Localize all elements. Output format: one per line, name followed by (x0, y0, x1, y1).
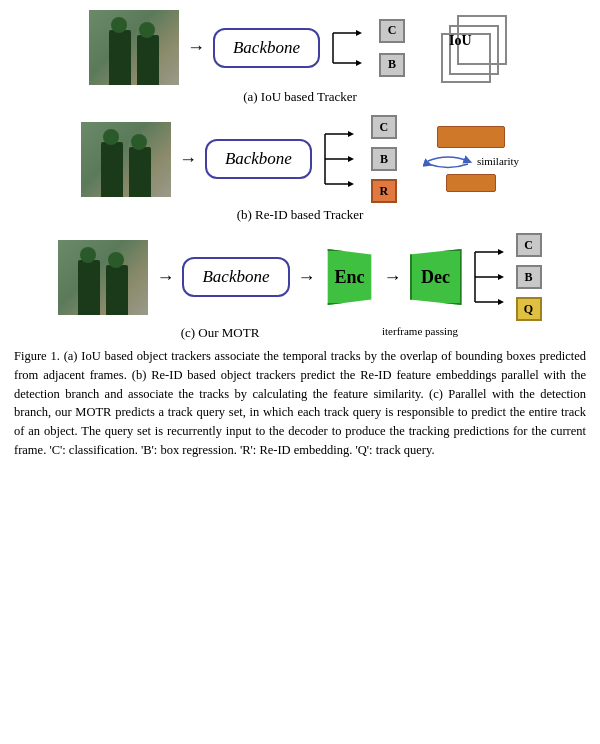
photo-c (58, 240, 148, 315)
photo-b (81, 122, 171, 197)
outputs-c: C B Q (516, 233, 542, 321)
output-b-b: B (371, 147, 397, 171)
backbone-c: Backbone (182, 257, 289, 297)
arrow-c3: → (384, 267, 402, 288)
diagram-a: → Backbone C B IoU (14, 10, 586, 85)
arrow-b1: → (179, 149, 197, 170)
caption-b: (b) Re-ID based Tracker (14, 207, 586, 223)
output-q-c: Q (516, 297, 542, 321)
output-b-a: B (379, 53, 405, 77)
outputs-b: C B R (371, 115, 397, 203)
fork-svg-c (470, 240, 520, 315)
backbone-a: Backbone (213, 28, 320, 68)
svg-marker-16 (498, 249, 504, 255)
svg-marker-11 (348, 181, 354, 187)
backbone-b: Backbone (205, 139, 312, 179)
caption-a: (a) IoU based Tracker (14, 89, 586, 105)
output-b-c: B (516, 265, 542, 289)
svg-marker-10 (348, 156, 354, 162)
section-a: → Backbone C B IoU (14, 10, 586, 105)
iou-stack: IoU (441, 15, 511, 80)
iou-label: IoU (449, 33, 472, 49)
arrow-a1: → (187, 37, 205, 58)
dec-box: Dec (410, 249, 462, 305)
svg-marker-18 (498, 299, 504, 305)
output-c-a: C (379, 19, 405, 43)
section-b: → Backbone C B R (14, 115, 586, 223)
diagram-c: → Backbone → Enc → Dec C B (14, 233, 586, 321)
fork-svg-a (328, 18, 383, 78)
arrow-c1: → (156, 267, 174, 288)
arrow-c2: → (298, 267, 316, 288)
sim-arrows-svg (423, 151, 473, 171)
caption-c-label: (c) Our MOTR (105, 325, 335, 341)
sim-label-row: similarity (423, 151, 519, 171)
similarity-container: similarity (423, 126, 519, 192)
iterframe-label: iterframe passing (335, 325, 495, 337)
output-c-b: C (371, 115, 397, 139)
caption-c-row: (c) Our MOTR iterframe passing (14, 325, 586, 341)
figure-caption: Figure 1. (a) IoU based object trackers … (14, 347, 586, 460)
output-r-b: R (371, 179, 397, 203)
similarity-text: similarity (477, 155, 519, 167)
outputs-a: C B (379, 19, 405, 77)
sim-bar2 (446, 174, 496, 192)
enc-box: Enc (324, 249, 376, 305)
diagram-b: → Backbone C B R (14, 115, 586, 203)
sim-bar1 (437, 126, 505, 148)
svg-marker-17 (498, 274, 504, 280)
svg-marker-9 (348, 131, 354, 137)
section-c: → Backbone → Enc → Dec C B (14, 233, 586, 341)
svg-marker-3 (356, 30, 362, 36)
photo-a (89, 10, 179, 85)
fork-svg-b (320, 122, 375, 197)
svg-marker-4 (356, 60, 362, 66)
output-c-c: C (516, 233, 542, 257)
